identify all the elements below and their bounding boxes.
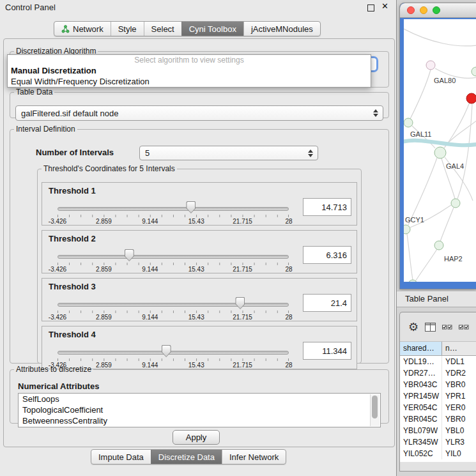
table-row[interactable]: YDL19…YDL1: [400, 356, 476, 367]
attributes-scrollbar[interactable]: [370, 394, 380, 426]
select-columns-left-icon[interactable]: [442, 323, 452, 331]
table-row[interactable]: YER054CYER0: [400, 402, 476, 413]
network-edge: [404, 27, 476, 46]
combo-stepper-icon: [308, 149, 314, 158]
threshold-slider[interactable]: -3.4262.8599.14415.4321.71528: [58, 199, 289, 225]
table-data-combobox[interactable]: galFiltered.sif default node: [15, 105, 383, 121]
attribute-list-item[interactable]: BetweennessCentrality: [19, 415, 380, 426]
network-window-titlebar[interactable]: [400, 3, 476, 18]
scale-label: -3.426: [49, 314, 66, 321]
scale-label: 9.144: [142, 314, 158, 321]
number-of-intervals-label: Number of Intervals: [36, 148, 114, 157]
slider-tick-marks: [58, 311, 289, 313]
slider-thumb[interactable]: [235, 297, 245, 309]
network-node[interactable]: [472, 67, 476, 76]
scale-label: 21.715: [233, 266, 252, 273]
network-graph: GAL80GAL11GAL4GCY1HAP2: [404, 19, 476, 282]
attribute-list-item[interactable]: SelfLoops: [19, 394, 380, 404]
scale-label: -3.426: [49, 218, 66, 225]
table-row[interactable]: YBR045CYBR0: [400, 413, 476, 425]
cell-name: YER0: [442, 402, 476, 413]
network-node[interactable]: [451, 199, 460, 208]
popup-item-manual-discretization[interactable]: Manual Discretization: [8, 65, 371, 76]
table-row[interactable]: YLR345WYLR3: [400, 436, 476, 448]
tab-style[interactable]: Style: [111, 22, 144, 36]
network-node-label: GAL4: [446, 162, 464, 170]
table-row[interactable]: YDR27…YDR2: [400, 367, 476, 379]
cyni-toolbox-pane: Discretization Algorithm Select algorith…: [3, 38, 395, 447]
tab-network[interactable]: Network: [54, 22, 111, 36]
control-panel: Control Panel ✕ NetworkStyleSelectCyni T…: [0, 0, 397, 476]
minimize-window-icon[interactable]: [420, 6, 427, 14]
settings-gear-icon[interactable]: ⚙: [408, 321, 418, 333]
float-window-icon[interactable]: [367, 4, 374, 12]
slider-thumb[interactable]: [162, 345, 171, 357]
cell-shared-name: YBR045C: [400, 413, 442, 425]
scale-label: 2.859: [96, 218, 112, 225]
network-edge: [408, 158, 437, 225]
network-node[interactable]: [426, 61, 435, 70]
table-row[interactable]: YBR043CYBR0: [400, 379, 476, 390]
column-header-shared-name[interactable]: shared…: [400, 342, 442, 355]
network-canvas[interactable]: GAL80GAL11GAL4GCY1HAP2: [404, 19, 476, 282]
scale-label: 15.43: [188, 218, 204, 225]
slider-thumb[interactable]: [186, 201, 196, 213]
zoom-window-icon[interactable]: [433, 6, 440, 14]
cell-name: YBR0: [442, 413, 476, 425]
tab-infer-network[interactable]: Infer Network: [222, 450, 286, 464]
slider-track[interactable]: [58, 303, 289, 307]
threshold-slider[interactable]: -3.4262.8599.14415.4321.71528: [58, 295, 289, 321]
number-of-intervals-combobox[interactable]: 5: [139, 146, 318, 160]
threshold-panel-2: Threshold 2-3.4262.8599.14415.4321.71528…: [42, 230, 357, 273]
select-columns-right-icon[interactable]: [459, 323, 469, 331]
network-icon: [61, 25, 70, 33]
scrollbar-thumb[interactable]: [372, 395, 378, 418]
attribute-list-item[interactable]: TopologicalCoefficient: [19, 404, 380, 415]
network-node[interactable]: [434, 241, 443, 250]
tab-cyni-toolbox[interactable]: Cyni Toolbox: [181, 22, 243, 36]
threshold-slider[interactable]: -3.4262.8599.14415.4321.71528: [58, 247, 289, 273]
threshold-value-field[interactable]: 6.316: [303, 246, 351, 264]
slider-track[interactable]: [58, 351, 289, 355]
threshold-label: Threshold 2: [49, 234, 96, 243]
threshold-value-field[interactable]: 14.713: [303, 198, 351, 216]
table-row[interactable]: YPR145WYPR1: [400, 390, 476, 402]
scale-label: 21.715: [233, 218, 252, 225]
close-panel-icon[interactable]: ✕: [381, 1, 388, 11]
threshold-list: Threshold 1-3.4262.8599.14415.4321.71528…: [38, 182, 361, 374]
network-node[interactable]: [404, 118, 413, 127]
panel-title: Control Panel: [5, 3, 56, 12]
threshold-panel-1: Threshold 1-3.4262.8599.14415.4321.71528…: [42, 182, 357, 226]
slider-tick-marks: [58, 358, 289, 361]
close-window-icon[interactable]: [407, 6, 415, 14]
threshold-panel-3: Threshold 3-3.4262.8599.14415.4321.71528…: [42, 278, 357, 321]
network-node[interactable]: [466, 93, 476, 104]
tab-select[interactable]: Select: [144, 22, 181, 36]
slider-track[interactable]: [58, 207, 289, 211]
attributes-group-label: Attributes to discretize: [14, 365, 93, 374]
table-row[interactable]: YIL052CYIL0: [400, 448, 476, 459]
threshold-value-field[interactable]: 11.344: [303, 342, 351, 360]
show-columns-icon[interactable]: [425, 323, 436, 332]
threshold-value-field[interactable]: 21.4: [303, 294, 351, 312]
network-node[interactable]: [404, 225, 410, 234]
tab-label: Infer Network: [229, 452, 279, 462]
tab-label: Style: [118, 24, 137, 34]
apply-button[interactable]: Apply: [173, 430, 220, 445]
tab-jactivemnodules[interactable]: jActiveMNodules: [243, 22, 320, 36]
cell-name: YDL1: [442, 356, 476, 367]
table-toolbar: ⚙: [400, 312, 476, 342]
cell-name: YBL0: [442, 425, 476, 436]
cell-shared-name: YLR345W: [400, 436, 442, 448]
tab-label: Network: [73, 24, 104, 34]
popup-item-equal-width-frequency[interactable]: Equal Width/Frequency Discretization: [8, 76, 371, 87]
network-thick-edge: [404, 141, 476, 145]
network-node[interactable]: [434, 147, 446, 158]
column-header-name[interactable]: n…: [442, 342, 476, 355]
scale-label: 2.859: [96, 314, 112, 321]
slider-track[interactable]: [58, 255, 289, 259]
table-row[interactable]: YBL079WYBL0: [400, 425, 476, 436]
slider-thumb[interactable]: [125, 249, 134, 261]
tab-impute-data[interactable]: Impute Data: [91, 450, 151, 464]
tab-discretize-data[interactable]: Discretize Data: [151, 450, 222, 464]
